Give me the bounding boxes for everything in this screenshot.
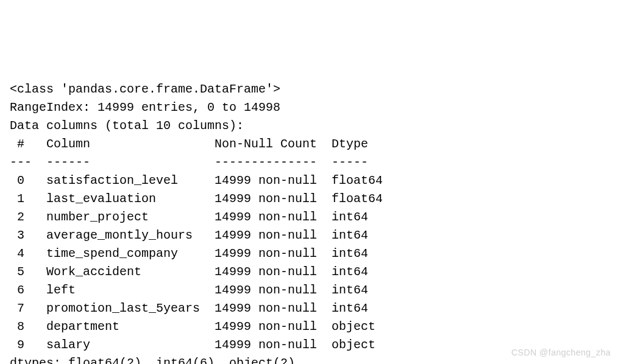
watermark: CSDN @fangcheng_zha	[511, 346, 611, 359]
class-line: <class 'pandas.core.frame.DataFrame'>	[10, 82, 280, 96]
dtypes-summary: dtypes: float64(2), int64(6), object(2)	[10, 356, 295, 364]
table-divider-row: --- ------ -------------- -----	[10, 155, 368, 169]
columns-header: Data columns (total 10 columns):	[10, 119, 244, 133]
index-line: RangeIndex: 14999 entries, 0 to 14998	[10, 100, 280, 114]
dataframe-info-output: <class 'pandas.core.frame.DataFrame'> Ra…	[10, 80, 608, 364]
table-header-row: # Column Non-Null Count Dtype	[10, 137, 368, 151]
table-body: 0 satisfaction_level 14999 non-null floa…	[10, 173, 383, 352]
